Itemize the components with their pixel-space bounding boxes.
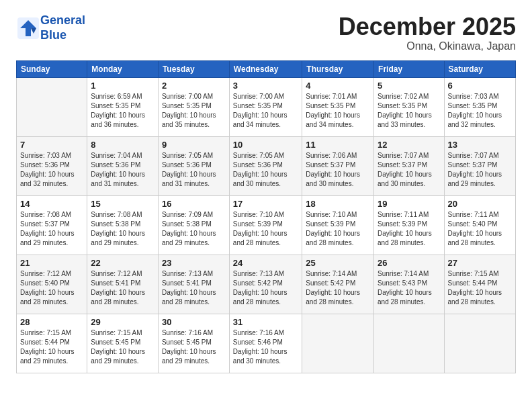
day-info: Sunrise: 7:16 AM Sunset: 5:45 PM Dayligh…	[162, 328, 226, 366]
calendar-cell: 10Sunrise: 7:05 AM Sunset: 5:36 PM Dayli…	[229, 136, 302, 195]
weekday-header-wednesday: Wednesday	[229, 60, 302, 77]
calendar-cell: 27Sunrise: 7:15 AM Sunset: 5:44 PM Dayli…	[444, 255, 515, 314]
calendar-cell	[374, 314, 444, 373]
calendar-cell: 13Sunrise: 7:07 AM Sunset: 5:37 PM Dayli…	[444, 136, 515, 195]
day-number: 16	[162, 199, 226, 209]
day-number: 6	[448, 81, 512, 91]
day-info: Sunrise: 7:05 AM Sunset: 5:36 PM Dayligh…	[233, 151, 298, 189]
calendar-week-5: 28Sunrise: 7:15 AM Sunset: 5:44 PM Dayli…	[17, 314, 516, 373]
day-info: Sunrise: 7:06 AM Sunset: 5:37 PM Dayligh…	[306, 151, 370, 189]
logo-icon	[16, 16, 40, 40]
calendar-cell: 9Sunrise: 7:05 AM Sunset: 5:36 PM Daylig…	[158, 136, 229, 195]
calendar-cell: 4Sunrise: 7:01 AM Sunset: 5:35 PM Daylig…	[302, 77, 374, 136]
weekday-header-friday: Friday	[374, 60, 444, 77]
logo: General Blue	[16, 13, 85, 42]
day-number: 27	[448, 258, 512, 268]
day-info: Sunrise: 7:03 AM Sunset: 5:36 PM Dayligh…	[20, 151, 83, 189]
day-number: 24	[233, 258, 298, 268]
day-number: 18	[306, 199, 370, 209]
calendar-cell: 16Sunrise: 7:09 AM Sunset: 5:38 PM Dayli…	[158, 195, 229, 255]
calendar-cell: 6Sunrise: 7:03 AM Sunset: 5:35 PM Daylig…	[444, 77, 515, 136]
calendar-cell: 21Sunrise: 7:12 AM Sunset: 5:40 PM Dayli…	[17, 255, 87, 314]
day-number: 25	[306, 258, 370, 268]
calendar-cell: 15Sunrise: 7:08 AM Sunset: 5:38 PM Dayli…	[87, 195, 159, 255]
day-info: Sunrise: 7:08 AM Sunset: 5:37 PM Dayligh…	[20, 210, 83, 248]
calendar-cell	[302, 314, 374, 373]
calendar-title: December 2025	[339, 13, 516, 40]
title-section: December 2025 Onna, Okinawa, Japan	[339, 13, 516, 52]
calendar-cell: 29Sunrise: 7:15 AM Sunset: 5:45 PM Dayli…	[87, 314, 159, 373]
day-info: Sunrise: 7:09 AM Sunset: 5:38 PM Dayligh…	[162, 210, 226, 248]
calendar-cell: 22Sunrise: 7:12 AM Sunset: 5:41 PM Dayli…	[87, 255, 159, 314]
day-number: 12	[378, 140, 440, 150]
day-info: Sunrise: 7:15 AM Sunset: 5:45 PM Dayligh…	[91, 328, 154, 366]
weekday-header-sunday: Sunday	[17, 60, 87, 77]
day-info: Sunrise: 7:12 AM Sunset: 5:40 PM Dayligh…	[20, 269, 83, 307]
calendar-table: SundayMondayTuesdayWednesdayThursdayFrid…	[16, 60, 516, 373]
day-number: 1	[91, 81, 154, 91]
page: General Blue December 2025 Onna, Okinawa…	[0, 0, 532, 384]
calendar-cell: 18Sunrise: 7:10 AM Sunset: 5:39 PM Dayli…	[302, 195, 374, 255]
day-number: 29	[91, 317, 154, 327]
day-number: 5	[378, 81, 440, 91]
calendar-cell: 31Sunrise: 7:16 AM Sunset: 5:46 PM Dayli…	[229, 314, 302, 373]
calendar-cell: 2Sunrise: 7:00 AM Sunset: 5:35 PM Daylig…	[158, 77, 229, 136]
day-number: 17	[233, 199, 298, 209]
calendar-cell: 1Sunrise: 6:59 AM Sunset: 5:35 PM Daylig…	[87, 77, 159, 136]
calendar-cell: 19Sunrise: 7:11 AM Sunset: 5:39 PM Dayli…	[374, 195, 444, 255]
day-number: 19	[378, 199, 440, 209]
weekday-header-tuesday: Tuesday	[158, 60, 229, 77]
day-info: Sunrise: 7:12 AM Sunset: 5:41 PM Dayligh…	[91, 269, 154, 307]
calendar-cell: 24Sunrise: 7:13 AM Sunset: 5:42 PM Dayli…	[229, 255, 302, 314]
day-number: 23	[162, 258, 226, 268]
weekday-header-row: SundayMondayTuesdayWednesdayThursdayFrid…	[17, 60, 516, 77]
day-info: Sunrise: 7:01 AM Sunset: 5:35 PM Dayligh…	[306, 92, 370, 130]
calendar-week-4: 21Sunrise: 7:12 AM Sunset: 5:40 PM Dayli…	[17, 255, 516, 314]
header: General Blue December 2025 Onna, Okinawa…	[16, 13, 516, 52]
day-info: Sunrise: 6:59 AM Sunset: 5:35 PM Dayligh…	[91, 92, 154, 130]
calendar-cell: 5Sunrise: 7:02 AM Sunset: 5:35 PM Daylig…	[374, 77, 444, 136]
day-info: Sunrise: 7:04 AM Sunset: 5:36 PM Dayligh…	[91, 151, 154, 189]
day-info: Sunrise: 7:13 AM Sunset: 5:42 PM Dayligh…	[233, 269, 298, 307]
day-number: 28	[20, 317, 83, 327]
day-number: 22	[91, 258, 154, 268]
day-number: 31	[233, 317, 298, 327]
day-info: Sunrise: 7:07 AM Sunset: 5:37 PM Dayligh…	[378, 151, 440, 189]
calendar-cell: 30Sunrise: 7:16 AM Sunset: 5:45 PM Dayli…	[158, 314, 229, 373]
calendar-cell: 14Sunrise: 7:08 AM Sunset: 5:37 PM Dayli…	[17, 195, 87, 255]
day-info: Sunrise: 7:08 AM Sunset: 5:38 PM Dayligh…	[91, 210, 154, 248]
calendar-cell: 20Sunrise: 7:11 AM Sunset: 5:40 PM Dayli…	[444, 195, 515, 255]
day-info: Sunrise: 7:03 AM Sunset: 5:35 PM Dayligh…	[448, 92, 512, 130]
weekday-header-saturday: Saturday	[444, 60, 515, 77]
calendar-week-1: 1Sunrise: 6:59 AM Sunset: 5:35 PM Daylig…	[17, 77, 516, 136]
day-info: Sunrise: 7:15 AM Sunset: 5:44 PM Dayligh…	[20, 328, 83, 366]
calendar-cell	[17, 77, 87, 136]
calendar-cell: 17Sunrise: 7:10 AM Sunset: 5:39 PM Dayli…	[229, 195, 302, 255]
day-info: Sunrise: 7:11 AM Sunset: 5:40 PM Dayligh…	[448, 210, 512, 248]
calendar-cell: 26Sunrise: 7:14 AM Sunset: 5:43 PM Dayli…	[374, 255, 444, 314]
calendar-cell: 8Sunrise: 7:04 AM Sunset: 5:36 PM Daylig…	[87, 136, 159, 195]
calendar-cell: 25Sunrise: 7:14 AM Sunset: 5:42 PM Dayli…	[302, 255, 374, 314]
day-number: 30	[162, 317, 226, 327]
day-number: 21	[20, 258, 83, 268]
day-number: 11	[306, 140, 370, 150]
weekday-header-monday: Monday	[87, 60, 159, 77]
day-info: Sunrise: 7:00 AM Sunset: 5:35 PM Dayligh…	[233, 92, 298, 130]
calendar-cell: 12Sunrise: 7:07 AM Sunset: 5:37 PM Dayli…	[374, 136, 444, 195]
day-info: Sunrise: 7:14 AM Sunset: 5:42 PM Dayligh…	[306, 269, 370, 307]
calendar-cell: 3Sunrise: 7:00 AM Sunset: 5:35 PM Daylig…	[229, 77, 302, 136]
day-number: 20	[448, 199, 512, 209]
day-number: 8	[91, 140, 154, 150]
logo-text: General Blue	[40, 13, 85, 42]
day-info: Sunrise: 7:10 AM Sunset: 5:39 PM Dayligh…	[306, 210, 370, 248]
day-number: 14	[20, 199, 83, 209]
day-number: 9	[162, 140, 226, 150]
day-info: Sunrise: 7:14 AM Sunset: 5:43 PM Dayligh…	[378, 269, 440, 307]
day-info: Sunrise: 7:02 AM Sunset: 5:35 PM Dayligh…	[378, 92, 440, 130]
day-info: Sunrise: 7:16 AM Sunset: 5:46 PM Dayligh…	[233, 328, 298, 366]
day-number: 26	[378, 258, 440, 268]
calendar-cell: 11Sunrise: 7:06 AM Sunset: 5:37 PM Dayli…	[302, 136, 374, 195]
calendar-week-2: 7Sunrise: 7:03 AM Sunset: 5:36 PM Daylig…	[17, 136, 516, 195]
day-info: Sunrise: 7:00 AM Sunset: 5:35 PM Dayligh…	[162, 92, 226, 130]
day-number: 3	[233, 81, 298, 91]
